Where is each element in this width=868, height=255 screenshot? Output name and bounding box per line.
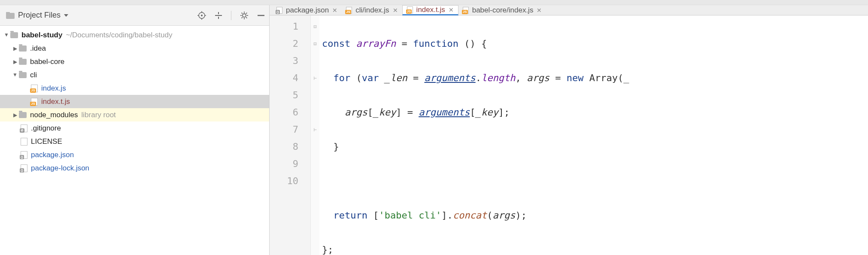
file-icon: ⊘: [21, 124, 27, 132]
close-icon[interactable]: ✕: [393, 7, 398, 14]
svg-rect-1: [6, 12, 10, 14]
tree-folder-node-modules[interactable]: ▶ node_modules library root: [0, 108, 269, 121]
svg-rect-0: [6, 13, 15, 19]
svg-line-18: [242, 17, 243, 18]
sidebar-title[interactable]: Project Files: [18, 11, 61, 20]
svg-line-16: [242, 12, 243, 13]
svg-point-3: [201, 15, 203, 16]
tab-package-json[interactable]: {} package.json ✕: [272, 5, 342, 15]
tab-label: cli/index.js: [355, 6, 389, 15]
folder-sublabel: library root: [82, 111, 116, 119]
tree-file-gitignore[interactable]: ⊘ .gitignore: [0, 121, 269, 135]
folder-icon: [19, 46, 27, 52]
divider: [231, 11, 231, 20]
chevron-down-icon[interactable]: ▼: [12, 72, 18, 78]
folder-label: babel-core: [30, 58, 64, 66]
svg-point-11: [243, 14, 246, 17]
project-name: babel-study: [21, 31, 62, 39]
fold-end-marker[interactable]: ⊢: [311, 70, 319, 87]
tree-folder-idea[interactable]: ▶ .idea: [0, 42, 269, 55]
collapse-icon[interactable]: [257, 12, 265, 19]
tab-bar: {} package.json ✕ JS cli/index.js ✕ JS i…: [270, 5, 868, 15]
close-icon[interactable]: ✕: [537, 7, 542, 14]
chevron-down-icon[interactable]: ▼: [3, 32, 9, 38]
tab-label: babel-core/index.js: [472, 6, 534, 15]
sidebar-header: Project Files: [0, 5, 269, 26]
line-number: 3: [270, 52, 298, 70]
line-number: 1: [270, 18, 298, 35]
project-sidebar: Project Files ▼: [0, 5, 270, 255]
top-strip: [0, 0, 868, 5]
file-label: LICENSE: [31, 137, 62, 146]
folder-icon: [19, 112, 27, 118]
code-area[interactable]: 1 2 3 4 5 6 7 8 9 10 ⊟ ⊟ ⊢ ⊢ con: [270, 15, 868, 255]
tab-index-t[interactable]: JS index.t.js ✕: [402, 5, 458, 15]
json-file-icon: {}: [21, 151, 27, 159]
file-label: package.json: [31, 151, 74, 159]
tree-file-package-json[interactable]: {} package.json: [0, 148, 269, 161]
chevron-right-icon[interactable]: ▶: [12, 112, 18, 118]
editor-area: {} package.json ✕ JS cli/index.js ✕ JS i…: [270, 5, 868, 255]
sidebar-actions: [197, 11, 265, 20]
folder-label: node_modules: [30, 111, 78, 119]
file-icon: [21, 138, 27, 146]
tab-label: index.t.js: [416, 6, 445, 14]
tree-file-cli-index-t[interactable]: JS index.t.js: [0, 95, 269, 108]
fold-column: ⊟ ⊟ ⊢ ⊢: [311, 15, 319, 255]
folder-label: cli: [30, 71, 37, 79]
tree-project-root[interactable]: ▼ babel-study ~/Documents/coding/babel-s…: [0, 28, 269, 42]
line-number: 4: [270, 70, 298, 87]
tree-file-license[interactable]: LICENSE: [0, 135, 269, 148]
json-file-icon: {}: [21, 164, 27, 172]
fold-end-marker[interactable]: ⊢: [311, 121, 319, 138]
folder-icon: [19, 72, 27, 78]
js-file-icon: JS: [407, 6, 413, 13]
folder-label: .idea: [30, 44, 46, 53]
file-label: .gitignore: [31, 124, 61, 133]
line-number: 2: [270, 35, 298, 52]
json-file-icon: {}: [276, 7, 282, 14]
project-path: ~/Documents/coding/babel-study: [66, 31, 172, 39]
close-icon[interactable]: ✕: [332, 7, 337, 14]
tree-file-cli-index[interactable]: JS index.js: [0, 82, 269, 95]
tab-babel-core-index[interactable]: JS babel-core/index.js ✕: [458, 5, 546, 15]
js-file-icon: JS: [31, 85, 38, 92]
chevron-right-icon[interactable]: ▶: [12, 46, 18, 52]
svg-line-19: [246, 12, 247, 13]
svg-line-17: [246, 17, 247, 18]
line-number: 5: [270, 87, 298, 104]
folder-icon: [19, 59, 27, 65]
file-label: index.js: [41, 84, 66, 93]
close-icon[interactable]: ✕: [449, 6, 454, 13]
tab-label: package.json: [286, 6, 329, 15]
line-gutter: 1 2 3 4 5 6 7 8 9 10: [270, 15, 311, 255]
tree-file-package-lock[interactable]: {} package-lock.json: [0, 161, 269, 175]
line-number: 7: [270, 121, 298, 138]
fold-marker[interactable]: ⊟: [311, 35, 319, 52]
project-tree: ▼ babel-study ~/Documents/coding/babel-s…: [0, 26, 269, 255]
line-number: 9: [270, 155, 298, 173]
tree-folder-cli[interactable]: ▼ cli: [0, 68, 269, 82]
split-icon[interactable]: [215, 12, 222, 19]
tab-cli-index[interactable]: JS cli/index.js ✕: [342, 5, 402, 15]
line-number: 10: [270, 173, 298, 190]
file-label: package-lock.json: [31, 164, 89, 173]
code-content[interactable]: const arrayFn = function () { for (var _…: [319, 15, 868, 255]
tree-folder-babel-core[interactable]: ▶ babel-core: [0, 55, 269, 68]
folder-icon: [10, 32, 18, 38]
main-layout: Project Files ▼: [0, 5, 868, 255]
fold-marker[interactable]: ⊟: [311, 18, 319, 35]
chevron-right-icon[interactable]: ▶: [12, 59, 18, 65]
js-file-icon: JS: [463, 7, 469, 14]
folder-icon: [6, 12, 15, 19]
js-file-icon: JS: [346, 7, 352, 14]
chevron-down-icon[interactable]: [64, 14, 68, 17]
file-label: index.t.js: [41, 97, 70, 106]
line-number: 8: [270, 138, 298, 155]
line-number: 6: [270, 104, 298, 121]
target-icon[interactable]: [197, 11, 206, 20]
gear-icon[interactable]: [240, 11, 249, 20]
js-file-icon: JS: [31, 98, 38, 106]
